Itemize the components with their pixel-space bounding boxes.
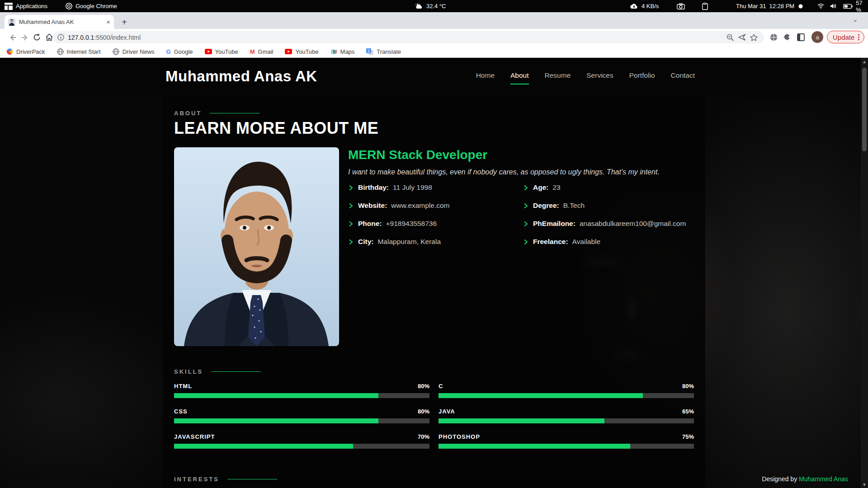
clipboard-indicator[interactable] xyxy=(702,0,708,12)
tab-muhammed-anas[interactable]: Muhammed Anas AK × xyxy=(5,15,114,29)
skill-css: CSS80% xyxy=(174,408,429,423)
nav-home[interactable]: Home xyxy=(476,71,495,84)
bookmark-label: Translate xyxy=(377,48,401,55)
bookmark-driver-news[interactable]: Driver News xyxy=(113,48,155,55)
credit-author-link[interactable]: Muhammed Anas xyxy=(799,475,848,483)
active-app-menu[interactable]: Google Chrome xyxy=(66,0,117,12)
credit-prefix: Designed by xyxy=(762,475,799,483)
bookmark-youtube-2[interactable]: YouTube xyxy=(285,48,318,55)
nav-portfolio[interactable]: Portfolio xyxy=(629,71,655,84)
about-kicker-label: ABOUT xyxy=(174,110,202,117)
tab-close-icon[interactable]: × xyxy=(106,19,110,25)
bookmark-star-icon[interactable] xyxy=(748,32,760,43)
screenshot-indicator[interactable] xyxy=(677,0,685,12)
globe-icon xyxy=(113,48,119,55)
launcher-label: Applications xyxy=(16,3,47,9)
svg-text:文: 文 xyxy=(367,48,371,53)
nav-contact[interactable]: Contact xyxy=(671,71,695,84)
scrollbar-thumb[interactable] xyxy=(862,68,867,151)
info-label: Birthday: xyxy=(358,183,389,192)
extensions-icon[interactable] xyxy=(781,31,793,43)
tab-title: Muhammed Anas AK xyxy=(19,19,103,25)
about-title: LEARN MORE ABOUT ME xyxy=(174,119,378,138)
new-tab-button[interactable]: + xyxy=(118,16,130,28)
active-app-label: Google Chrome xyxy=(75,3,117,9)
youtube-icon xyxy=(205,49,212,54)
bookmark-internet-start[interactable]: Internet Start xyxy=(57,48,101,55)
info-row-city: City: Malappuram, Kerala xyxy=(348,233,520,251)
reload-button[interactable] xyxy=(31,31,43,43)
network-speed-indicator[interactable]: 4 KB/s xyxy=(630,0,659,12)
page-scrollbar[interactable]: ▲ ▼ xyxy=(861,58,868,488)
skill-bar-fill xyxy=(174,444,353,449)
url-text[interactable]: 127.0.0.1:5500/index.html xyxy=(68,34,724,41)
chevron-right-icon xyxy=(348,239,354,245)
sidebar-icon[interactable] xyxy=(795,31,807,43)
skill-bar-fill xyxy=(174,418,378,423)
scroll-down-icon[interactable]: ▼ xyxy=(861,481,868,488)
nav-about[interactable]: About xyxy=(510,71,529,84)
clipboard-icon xyxy=(702,3,708,10)
site-info-icon[interactable] xyxy=(57,34,64,41)
skill-c: C80% xyxy=(439,383,694,398)
skill-name: CSS xyxy=(174,408,188,415)
bookmark-label: Gmail xyxy=(258,48,274,55)
bookmarks-bar: DriverPack Internet Start Driver News G … xyxy=(0,46,868,58)
bookmark-google[interactable]: G Google xyxy=(166,48,193,55)
forward-button[interactable] xyxy=(19,31,31,43)
bookmark-maps[interactable]: Maps xyxy=(330,48,355,55)
skill-percent: 75% xyxy=(682,433,694,440)
skill-percent: 80% xyxy=(418,383,429,389)
info-value: www.example.com xyxy=(391,202,449,210)
about-section: ABOUT LEARN MORE ABOUT ME xyxy=(163,97,705,488)
skill-name: JAVA xyxy=(439,408,455,415)
chrome-icon xyxy=(66,3,72,9)
more-menu-icon[interactable] xyxy=(856,34,861,40)
bookmark-driverpack[interactable]: DriverPack xyxy=(6,48,45,55)
browser-toolbar: 127.0.0.1:5500/index.html a Update xyxy=(0,29,868,46)
profile-avatar[interactable]: a xyxy=(811,31,823,43)
skill-photoshop: PHOTOSHOP75% xyxy=(439,433,694,449)
nav-resume[interactable]: Resume xyxy=(545,71,571,84)
back-button[interactable] xyxy=(6,31,19,43)
skill-bar xyxy=(174,418,429,423)
bookmark-translate[interactable]: 文 Translate xyxy=(366,48,401,55)
nav-services[interactable]: Services xyxy=(586,71,613,84)
weather-indicator[interactable]: 32.4 °C xyxy=(415,0,446,12)
bookmark-youtube-1[interactable]: YouTube xyxy=(205,48,238,55)
info-row-website: Website: www.example.com xyxy=(348,197,520,215)
skills-kicker-label: SKILLS xyxy=(174,368,203,375)
weather-icon xyxy=(415,3,423,9)
skills-column-left: HTML80% CSS80% JAVASCRIPT70% xyxy=(174,383,429,459)
skills-kicker: SKILLS xyxy=(174,368,261,375)
page-viewport: Muhammed Anas AK Home About Resume Servi… xyxy=(0,58,868,488)
wifi-icon xyxy=(817,3,824,9)
site-nav: Home About Resume Services Portfolio Con… xyxy=(476,71,695,84)
launcher-menu[interactable]: Applications xyxy=(5,0,47,12)
skill-name: C xyxy=(439,383,443,389)
profile-photo xyxy=(174,147,339,346)
clock-menu[interactable]: Thu Mar 31 12:28 PM xyxy=(736,0,794,12)
skill-name: JAVASCRIPT xyxy=(174,433,215,440)
chevron-right-icon xyxy=(523,185,529,191)
record-indicator[interactable] xyxy=(798,0,803,12)
chevron-right-icon xyxy=(523,239,529,245)
address-bar[interactable]: 127.0.0.1:5500/index.html xyxy=(53,31,764,43)
info-row-age: Age: 23 xyxy=(523,178,704,197)
send-icon[interactable] xyxy=(736,32,748,43)
site-brand[interactable]: Muhammed Anas AK xyxy=(165,68,317,85)
tab-overflow-chevron-icon[interactable]: ⌄ xyxy=(853,16,858,23)
info-label: Website: xyxy=(358,202,387,210)
apps-icon[interactable] xyxy=(768,31,780,43)
skill-bar-fill xyxy=(174,393,378,398)
skill-bar xyxy=(439,418,694,423)
record-dot-icon xyxy=(798,4,803,9)
update-button[interactable]: Update xyxy=(827,31,864,43)
chevron-right-icon xyxy=(348,203,354,209)
battery-label: 57 % xyxy=(856,0,868,13)
scroll-up-icon[interactable]: ▲ xyxy=(861,58,868,65)
bookmark-gmail[interactable]: M Gmail xyxy=(250,48,274,55)
info-label: Age: xyxy=(533,183,548,192)
system-indicators[interactable]: 57 % xyxy=(817,0,868,12)
zoom-icon[interactable] xyxy=(724,32,736,43)
